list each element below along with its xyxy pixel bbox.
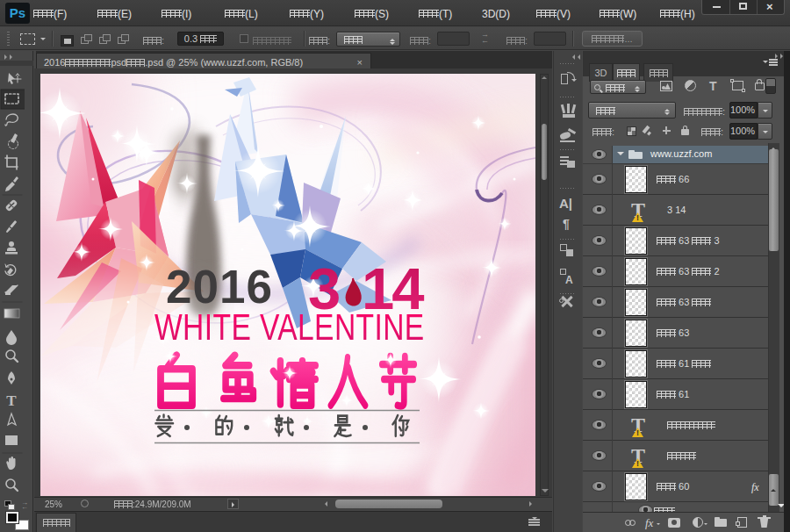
svg-text:2016: 2016: [166, 261, 273, 313]
svg-text:T: T: [6, 392, 17, 409]
svg-text:WHITE VALENTINE: WHITE VALENTINE: [154, 306, 425, 347]
